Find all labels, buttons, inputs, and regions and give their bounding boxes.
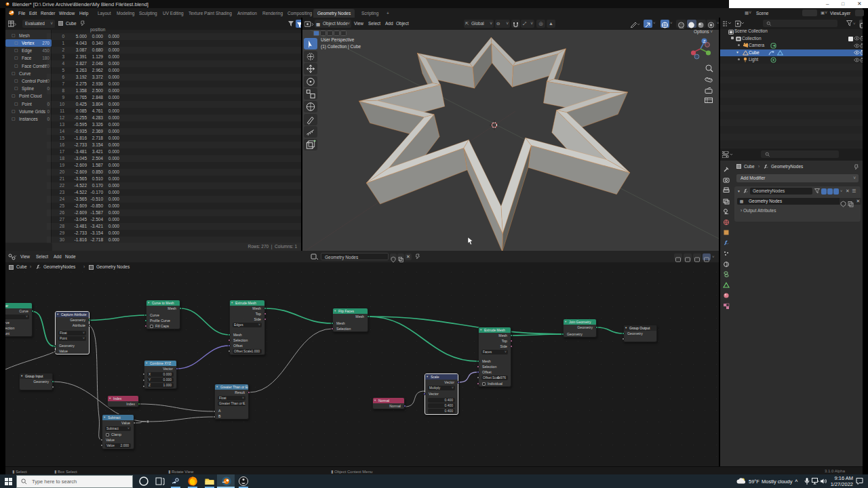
svg-text:Z: Z — [703, 39, 706, 43]
